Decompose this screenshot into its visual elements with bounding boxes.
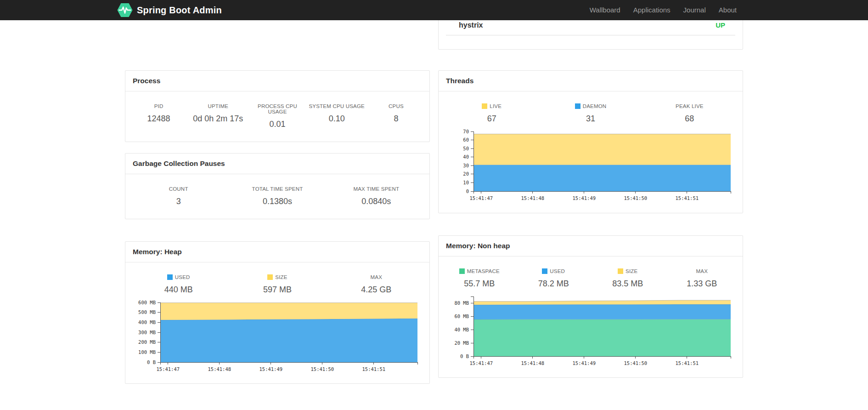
metric-value: 4.25 GB <box>327 284 426 295</box>
metric-nonheap-size: SIZE 83.5 MB <box>591 268 665 289</box>
svg-text:70: 70 <box>463 129 469 134</box>
live-legend-swatch <box>482 103 487 109</box>
svg-text:30: 30 <box>463 163 469 168</box>
right-column: hystrix UP Threads LIVE 67 <box>438 20 743 384</box>
used-legend-swatch <box>542 268 547 274</box>
svg-text:20 MB: 20 MB <box>454 340 469 346</box>
gc-panel: Garbage Collection Pauses COUNT 3 TOTAL … <box>125 153 430 219</box>
size-legend-swatch <box>267 274 273 280</box>
panel-title: Memory: Non heap <box>446 241 735 251</box>
svg-text:15:41:51: 15:41:51 <box>676 360 699 366</box>
svg-text:0 B: 0 B <box>147 359 156 365</box>
application-name: hystrix <box>459 21 483 29</box>
svg-text:0: 0 <box>466 188 469 194</box>
svg-text:600 MB: 600 MB <box>138 300 156 305</box>
metric-label: COUNT <box>129 186 228 192</box>
metric-gc-total-time: TOTAL TIME SPENT 0.1380s <box>228 186 327 207</box>
threads-panel-header: Threads <box>439 71 743 91</box>
metric-label: TOTAL TIME SPENT <box>228 186 327 192</box>
nav-link-wallboard[interactable]: Wallboard <box>583 0 627 20</box>
svg-text:100 MB: 100 MB <box>138 349 156 355</box>
memory-heap-panel-header: Memory: Heap <box>125 242 429 262</box>
process-panel-header: Process <box>125 71 429 91</box>
metric-pid: PID 12488 <box>129 103 188 130</box>
svg-text:15:41:50: 15:41:50 <box>624 360 648 366</box>
nav-link-journal[interactable]: Journal <box>677 0 712 20</box>
metric-label: METASPACE <box>442 268 517 274</box>
main-content: Process PID 12488 UPTIME 0d 0h 2m 17s PR… <box>125 20 743 384</box>
metric-value: 3 <box>129 196 228 207</box>
heap-metrics: USED 440 MB SIZE 597 MB MAX 4.25 GB <box>125 262 429 299</box>
svg-text:50: 50 <box>463 146 469 151</box>
navbar-container: Spring Boot Admin Wallboard Applications… <box>125 0 743 20</box>
svg-text:15:41:49: 15:41:49 <box>259 366 283 372</box>
svg-text:200 MB: 200 MB <box>138 339 156 345</box>
svg-text:400 MB: 400 MB <box>138 319 156 325</box>
memory-nonheap-panel: Memory: Non heap METASPACE 55.7 MB USED … <box>438 235 743 378</box>
metric-label: SIZE <box>591 268 665 274</box>
application-status-badge: UP <box>716 21 725 29</box>
memory-nonheap-panel-header: Memory: Non heap <box>439 236 743 256</box>
size-legend-swatch <box>618 268 623 274</box>
metric-nonheap-used: USED 78.2 MB <box>517 268 591 289</box>
metric-label: PROCESS CPU USAGE <box>248 103 307 114</box>
brand-title: Spring Boot Admin <box>137 5 222 16</box>
threads-chart: 01020304050607015:41:4715:41:4815:41:491… <box>439 128 743 212</box>
svg-text:15:41:51: 15:41:51 <box>676 195 699 201</box>
pulse-logo-icon <box>117 2 133 18</box>
threads-metrics: LIVE 67 DAEMON 31 PEAK LIVE 68 <box>439 91 743 128</box>
svg-text:40: 40 <box>463 154 469 159</box>
metric-value: 55.7 MB <box>442 278 517 289</box>
metric-value: 67 <box>442 113 541 124</box>
svg-text:15:41:47: 15:41:47 <box>470 195 493 201</box>
panel-title: Threads <box>446 76 735 85</box>
metric-threads-daemon: DAEMON 31 <box>541 103 640 124</box>
metric-label: CPUS <box>366 103 426 109</box>
brand-link[interactable]: Spring Boot Admin <box>117 2 222 18</box>
svg-text:15:41:49: 15:41:49 <box>573 195 596 201</box>
metaspace-legend-swatch <box>459 268 465 274</box>
metric-nonheap-metaspace: METASPACE 55.7 MB <box>442 268 517 289</box>
metric-value: 0d 0h 2m 17s <box>188 113 248 124</box>
nav-link-about[interactable]: About <box>712 0 743 20</box>
metric-value: 597 MB <box>228 284 327 295</box>
svg-text:15:41:48: 15:41:48 <box>208 366 231 372</box>
gc-metrics: COUNT 3 TOTAL TIME SPENT 0.1380s MAX TIM… <box>125 174 429 219</box>
memory-heap-chart: 0 B100 MB200 MB300 MB400 MB500 MB600 MB1… <box>125 299 429 383</box>
metric-label: SYSTEM CPU USAGE <box>307 103 366 109</box>
metric-heap-size: SIZE 597 MB <box>228 274 327 295</box>
metric-value: 68 <box>640 113 739 124</box>
metric-threads-live: LIVE 67 <box>442 103 541 124</box>
svg-text:15:41:48: 15:41:48 <box>521 195 545 201</box>
used-legend-swatch <box>167 274 173 280</box>
metric-gc-max-time: MAX TIME SPENT 0.0840s <box>327 186 426 207</box>
metric-value: 0.0840s <box>327 196 426 207</box>
metric-label: UPTIME <box>188 103 248 109</box>
panel-title: Garbage Collection Pauses <box>133 159 422 168</box>
metric-value: 440 MB <box>129 284 228 295</box>
svg-text:15:41:49: 15:41:49 <box>573 360 596 366</box>
nonheap-metrics: METASPACE 55.7 MB USED 78.2 MB SIZE <box>439 256 743 293</box>
metric-value: 8 <box>366 113 426 124</box>
svg-text:15:41:47: 15:41:47 <box>470 360 493 366</box>
metric-nonheap-max: MAX 1.33 GB <box>665 268 739 289</box>
daemon-legend-swatch <box>575 103 581 109</box>
nav-link-applications[interactable]: Applications <box>627 0 677 20</box>
svg-text:60: 60 <box>463 137 469 142</box>
metric-label: DAEMON <box>541 103 640 109</box>
metric-system-cpu: SYSTEM CPU USAGE 0.10 <box>307 103 366 130</box>
metric-heap-max: MAX 4.25 GB <box>327 274 426 295</box>
metric-process-cpu: PROCESS CPU USAGE 0.01 <box>248 103 307 130</box>
metric-value: 0.1380s <box>228 196 327 207</box>
threads-panel: Threads LIVE 67 DAEMON 31 <box>438 70 743 213</box>
svg-text:60 MB: 60 MB <box>454 313 469 319</box>
svg-text:15:41:47: 15:41:47 <box>157 366 180 372</box>
svg-text:500 MB: 500 MB <box>138 309 156 315</box>
metric-value: 0.01 <box>248 119 307 130</box>
svg-text:0 B: 0 B <box>460 353 469 359</box>
svg-text:15:41:48: 15:41:48 <box>521 360 545 366</box>
process-metrics: PID 12488 UPTIME 0d 0h 2m 17s PROCESS CP… <box>125 91 429 142</box>
metric-value: 78.2 MB <box>517 278 591 289</box>
metric-value: 83.5 MB <box>591 278 665 289</box>
metric-label: PEAK LIVE <box>640 103 739 109</box>
